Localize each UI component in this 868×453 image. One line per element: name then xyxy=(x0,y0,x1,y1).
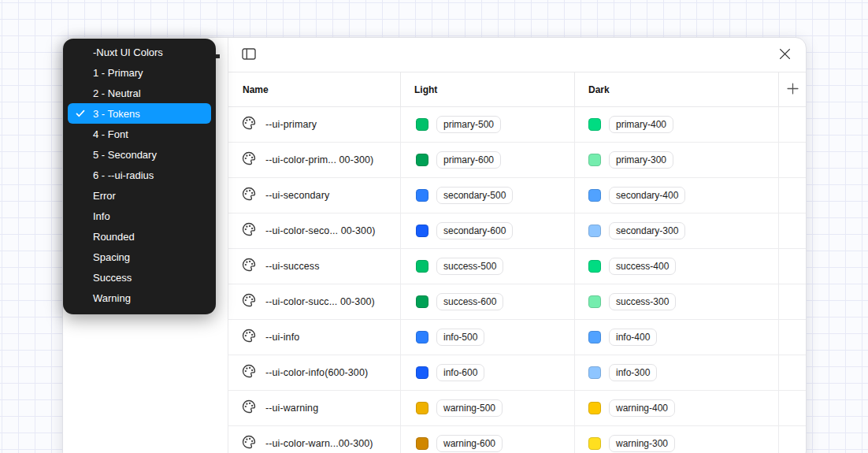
palette-icon xyxy=(242,399,256,417)
light-token-badge[interactable]: warning-600 xyxy=(436,435,503,452)
table-row[interactable]: --ui-warning warning-500 warning-400 xyxy=(228,391,806,426)
menu-item[interactable]: 4 - Font xyxy=(68,124,211,144)
plus-icon xyxy=(787,83,799,97)
light-token-badge[interactable]: success-500 xyxy=(436,258,503,275)
menu-item[interactable]: Rounded xyxy=(68,226,211,247)
dark-token-badge[interactable]: primary-300 xyxy=(609,151,673,169)
menu-item-label: -Nuxt UI Colors xyxy=(93,46,163,58)
menu-item[interactable]: Spacing xyxy=(68,247,211,267)
light-color-swatch[interactable] xyxy=(416,331,428,343)
dark-token-badge[interactable]: info-300 xyxy=(609,364,657,381)
table-row[interactable]: --ui-color-warn...00-300) warning-600 wa… xyxy=(228,426,806,453)
menu-item[interactable]: Info xyxy=(68,206,211,226)
empty-cell xyxy=(778,107,806,142)
light-token-badge[interactable]: secondary-500 xyxy=(436,187,513,204)
table-row[interactable]: --ui-secondary secondary-500 secondary-4… xyxy=(228,178,806,214)
dark-value-cell: secondary-300 xyxy=(574,214,778,248)
palette-icon xyxy=(242,187,256,204)
close-button[interactable] xyxy=(777,46,792,64)
light-token-badge[interactable]: success-600 xyxy=(436,293,503,310)
light-value-cell: info-600 xyxy=(400,355,574,390)
light-color-swatch[interactable] xyxy=(416,118,428,131)
variable-name-cell: --ui-primary xyxy=(228,107,400,142)
table-row[interactable]: --ui-color-prim... 00-300) primary-600 p… xyxy=(228,143,806,178)
light-color-swatch[interactable] xyxy=(416,189,428,202)
dark-color-swatch[interactable] xyxy=(588,366,601,379)
dark-color-swatch[interactable] xyxy=(588,154,601,166)
check-icon xyxy=(76,109,85,121)
dark-token-badge[interactable]: info-400 xyxy=(609,329,657,346)
variable-name: --ui-color-seco... 00-300) xyxy=(265,225,375,236)
light-color-swatch[interactable] xyxy=(416,402,428,414)
menu-item[interactable]: 3 - Tokens xyxy=(68,103,211,124)
dark-color-swatch[interactable] xyxy=(588,295,601,308)
dark-token-badge[interactable]: warning-400 xyxy=(609,399,675,417)
menu-item[interactable]: 1 - Primary xyxy=(68,62,211,83)
light-color-swatch[interactable] xyxy=(416,437,428,450)
empty-cell xyxy=(778,320,806,355)
dark-value-cell: info-400 xyxy=(574,320,778,355)
menu-item-label: 6 - --ui-radius xyxy=(93,169,154,181)
empty-cell xyxy=(778,391,806,425)
empty-cell xyxy=(778,426,806,453)
light-token-badge[interactable]: primary-600 xyxy=(436,151,501,169)
menu-item[interactable]: Error xyxy=(68,185,211,206)
palette-icon xyxy=(242,151,256,169)
table-row[interactable]: --ui-info info-500 info-400 xyxy=(228,320,806,355)
figma-canvas: Name Light Dark --ui-primary pr xyxy=(0,0,868,453)
dark-color-swatch[interactable] xyxy=(588,402,601,414)
menu-item-label: 2 - Neutral xyxy=(93,87,141,99)
menu-item[interactable]: 5 - Secondary xyxy=(68,144,211,165)
dark-token-badge[interactable]: success-300 xyxy=(609,293,676,310)
light-value-cell: primary-500 xyxy=(400,107,574,142)
dark-value-cell: secondary-400 xyxy=(574,178,778,213)
light-color-swatch[interactable] xyxy=(416,295,428,308)
light-color-swatch[interactable] xyxy=(416,154,428,166)
light-token-badge[interactable]: info-500 xyxy=(436,329,484,346)
table-row[interactable]: --ui-primary primary-500 primary-400 xyxy=(228,107,806,143)
light-token-badge[interactable]: info-600 xyxy=(436,364,484,381)
dark-token-badge[interactable]: secondary-400 xyxy=(609,187,685,204)
dark-token-badge[interactable]: secondary-300 xyxy=(609,222,685,239)
menu-item[interactable]: Success xyxy=(68,267,211,288)
light-token-badge[interactable]: warning-500 xyxy=(436,399,503,417)
variable-name-cell: --ui-success xyxy=(228,249,400,284)
palette-icon xyxy=(242,258,256,275)
sidebar-toggle-button[interactable] xyxy=(240,46,258,64)
variable-name-cell: --ui-warning xyxy=(228,391,400,425)
table-row[interactable]: --ui-success success-500 success-400 xyxy=(228,249,806,284)
light-token-badge[interactable]: primary-500 xyxy=(436,116,501,133)
light-value-cell: warning-600 xyxy=(400,426,574,453)
sidebar-toggle-icon xyxy=(242,48,256,62)
column-header-name: Name xyxy=(228,72,400,106)
light-value-cell: success-500 xyxy=(400,249,574,284)
dark-color-swatch[interactable] xyxy=(588,331,601,343)
light-value-cell: secondary-600 xyxy=(400,214,574,248)
light-color-swatch[interactable] xyxy=(416,260,428,273)
menu-item[interactable]: Warning xyxy=(68,288,211,308)
menu-item-label: Spacing xyxy=(93,251,130,263)
menu-item[interactable]: -Nuxt UI Colors xyxy=(68,42,211,62)
table-body: --ui-primary primary-500 primary-400 --u… xyxy=(228,107,806,453)
dark-color-swatch[interactable] xyxy=(588,118,601,131)
menu-item-label: Info xyxy=(93,210,110,222)
table-row[interactable]: --ui-color-succ... 00-300) success-600 s… xyxy=(228,284,806,320)
variable-name: --ui-color-succ... 00-300) xyxy=(265,296,375,307)
light-color-swatch[interactable] xyxy=(416,366,428,379)
light-token-badge[interactable]: secondary-600 xyxy=(436,222,513,239)
dark-token-badge[interactable]: primary-400 xyxy=(609,116,673,133)
table-row[interactable]: --ui-color-seco... 00-300) secondary-600… xyxy=(228,214,806,249)
palette-icon xyxy=(242,435,256,452)
dark-color-swatch[interactable] xyxy=(588,225,601,237)
menu-item[interactable]: 6 - --ui-radius xyxy=(68,165,211,185)
light-color-swatch[interactable] xyxy=(416,225,428,237)
dark-color-swatch[interactable] xyxy=(588,437,601,450)
add-mode-button[interactable] xyxy=(785,81,800,98)
dark-token-badge[interactable]: warning-300 xyxy=(609,435,675,452)
dark-token-badge[interactable]: success-400 xyxy=(609,258,676,275)
dark-color-swatch[interactable] xyxy=(588,189,601,202)
menu-item[interactable]: 2 - Neutral xyxy=(68,83,211,103)
dark-color-swatch[interactable] xyxy=(588,260,601,273)
variable-name-cell: --ui-color-warn...00-300) xyxy=(228,426,400,453)
table-row[interactable]: --ui-color-info(600-300) info-600 info-3… xyxy=(228,355,806,391)
